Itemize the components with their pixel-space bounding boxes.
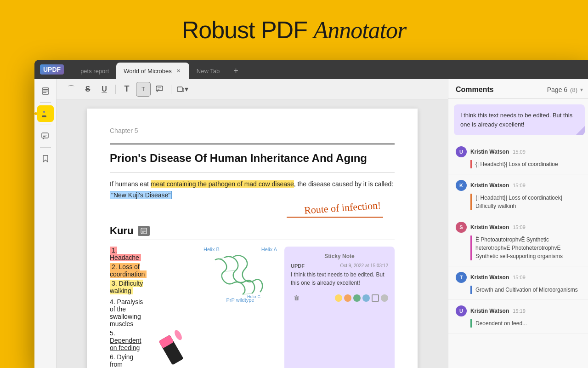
comment-body-1: {| Headacht}| Loss of coordinatioek| Dif… bbox=[470, 194, 583, 210]
bookmark-icon bbox=[41, 154, 50, 163]
sidebar-icon-pages[interactable] bbox=[37, 83, 54, 99]
comment-item-4[interactable]: U Kristin Watson 15:19 Deoendent on feed… bbox=[448, 300, 588, 334]
comment-avatar-4: U bbox=[456, 305, 467, 316]
comment-meta-3: T Kristin Watson 15:09 bbox=[456, 272, 583, 283]
list-item-6: 6. Dying from malnutrition bbox=[110, 353, 147, 368]
comment-avatar-2: S bbox=[456, 222, 467, 233]
color-dot-green[interactable] bbox=[353, 294, 361, 302]
comments-header: Comments Page 6 (8) ▾ bbox=[448, 79, 588, 99]
sidebar-icon-bookmark[interactable] bbox=[37, 150, 54, 167]
comment-body-2: Ë PhotoautotrophvЁ Synthetic heterotroph… bbox=[470, 236, 583, 260]
hl-item-1: 1. Headache bbox=[110, 247, 141, 261]
comment-time-4: 15:19 bbox=[513, 308, 526, 314]
comment-avatar-3: T bbox=[456, 272, 467, 283]
list-item-3: 3. Difficulty walking bbox=[110, 280, 147, 294]
comment-time-2: 15:09 bbox=[513, 224, 526, 230]
comment-tool-button[interactable] bbox=[153, 82, 167, 97]
helix-labels-row: Helix B Helix A bbox=[204, 247, 277, 252]
helix-illustration: Helix B Helix A bbox=[204, 247, 277, 368]
sticky-brand: UPDF bbox=[291, 263, 305, 269]
tab-new[interactable]: New Tab bbox=[189, 63, 227, 79]
svg-rect-2 bbox=[43, 91, 48, 92]
color-dot-yellow[interactable] bbox=[335, 294, 342, 302]
comment-meta-0: U Kristin Watson 15:09 bbox=[456, 146, 583, 157]
hl-item-3: 3. Difficulty walking bbox=[110, 280, 143, 294]
sidebar-icon-comment[interactable] bbox=[37, 128, 54, 144]
tab-bar-left: UPDF bbox=[34, 60, 73, 79]
toolbar-sep-1 bbox=[115, 85, 116, 94]
comment-item-0[interactable]: U Kristin Watson 15:09 {| Headacht}| Los… bbox=[448, 141, 588, 174]
toolbar: ⌒ S U T T ▾ bbox=[57, 79, 448, 99]
handwriting-annotation: Route of infection! bbox=[304, 199, 381, 217]
sticky-date: Oct 9, 2022 at 15:03:12 bbox=[340, 263, 388, 268]
comment-meta-4: U Kristin Watson 15:19 bbox=[456, 305, 583, 316]
comment-item-2[interactable]: S Kristin Watson 15:09 Ë Photoautotrophv… bbox=[448, 216, 588, 266]
helix-subtitle: PrP wildtype bbox=[226, 297, 254, 303]
app-window: UPDF pets report World of Microbes ✕ New… bbox=[34, 60, 588, 368]
normal-list: 4. Paralysis of the swallowing muscles 5… bbox=[110, 298, 147, 368]
sidebar-icon-annotate[interactable] bbox=[37, 105, 54, 122]
tab-microbes-close[interactable]: ✕ bbox=[175, 68, 182, 74]
sticky-text: I think this text needs to be edited. Bu… bbox=[291, 270, 388, 287]
app-title-italic: Annotator bbox=[313, 17, 406, 43]
helix-label-a: Helix A bbox=[261, 247, 277, 252]
color-dot-none[interactable] bbox=[372, 294, 379, 302]
body-text: If humans eat meat containing the pathog… bbox=[110, 179, 395, 201]
sidebar bbox=[34, 79, 57, 368]
page-label: Page 6 bbox=[547, 86, 567, 93]
comment-author-1: Kristin Watson bbox=[470, 182, 509, 189]
tabs-container: pets report World of Microbes ✕ New Tab … bbox=[73, 60, 588, 79]
pdf-page: Chapter 5 Prion's Disease Of Human Inher… bbox=[87, 109, 418, 368]
underline-tool-button[interactable]: U bbox=[97, 82, 112, 97]
comment-author-4: Kristin Watson bbox=[470, 308, 509, 314]
comment-icon bbox=[41, 132, 50, 141]
list-item-4: 4. Paralysis of the swallowing muscles bbox=[110, 298, 147, 328]
highlight-disease: "New Kuji's Disease" bbox=[110, 191, 172, 199]
expand-icon[interactable]: ▾ bbox=[580, 86, 583, 93]
tab-microbes-label: World of Microbes bbox=[124, 68, 172, 75]
svg-rect-3 bbox=[43, 92, 46, 93]
comment-avatar-0: U bbox=[456, 146, 467, 157]
hl-item-2: 2. Loss of coordination bbox=[110, 263, 147, 278]
comment-item-3[interactable]: T Kristin Watson 15:09 Growth and Cultiv… bbox=[448, 266, 588, 300]
highlighter-svg bbox=[155, 324, 196, 368]
sticky-header: UPDF Oct 9, 2022 at 15:03:12 bbox=[291, 263, 388, 269]
pdf-area[interactable]: Chapter 5 Prion's Disease Of Human Inher… bbox=[57, 99, 448, 368]
sticky-note[interactable]: Sticky Note UPDF Oct 9, 2022 at 15:03:12… bbox=[284, 247, 395, 368]
sticky-footer: 🗑 bbox=[291, 293, 388, 304]
comment-body-0: {| Headacht}| Loss of coordinatioe bbox=[470, 160, 583, 168]
textbox-tool-button[interactable]: T bbox=[136, 82, 151, 97]
tab-microbes[interactable]: World of Microbes ✕ bbox=[116, 63, 189, 79]
color-dot-blue[interactable] bbox=[362, 294, 370, 302]
list-item-1: 1. Headache bbox=[110, 247, 147, 261]
sidebar-sep-1 bbox=[40, 102, 51, 103]
kuru-divider bbox=[110, 240, 395, 240]
color-dots bbox=[335, 294, 388, 302]
kuru-heading: Kuru bbox=[110, 225, 133, 237]
color-dot-orange[interactable] bbox=[344, 294, 351, 302]
comments-list[interactable]: I think this text needs to be edited. Bu… bbox=[448, 99, 588, 368]
color-dot-gray[interactable] bbox=[381, 294, 388, 302]
svg-rect-11 bbox=[156, 86, 163, 91]
highlighted-list: 1. Headache 2. Loss of coordination 3. D… bbox=[110, 247, 147, 294]
list-item-5: 5. Dependent on feeding bbox=[110, 329, 147, 351]
sticky-delete-button[interactable]: 🗑 bbox=[291, 293, 302, 304]
tab-pets[interactable]: pets report bbox=[73, 63, 116, 79]
new-tab-button[interactable]: + bbox=[227, 63, 245, 79]
helix-svg: Helix C bbox=[206, 253, 275, 299]
arch-tool-button[interactable]: ⌒ bbox=[64, 82, 79, 97]
text-tool-button[interactable]: T bbox=[119, 82, 134, 97]
annotate-icon bbox=[41, 109, 50, 118]
highlight-pathogen: meat containing the pathogen of mad cow … bbox=[151, 180, 294, 188]
comment-item-1[interactable]: K Kristin Watson 15:09 {| Headacht}| Los… bbox=[448, 174, 588, 216]
sidebar-sep-3 bbox=[40, 147, 51, 148]
comment-sticky-active[interactable]: I think this text needs to be edited. Bu… bbox=[454, 104, 585, 135]
strikethrough-tool-button[interactable]: S bbox=[80, 82, 95, 97]
page-info: Page 6 (8) ▾ bbox=[547, 86, 583, 93]
comment-avatar-1: K bbox=[456, 180, 467, 191]
handwriting-underline bbox=[287, 217, 383, 218]
svg-marker-14 bbox=[157, 91, 158, 92]
shape-tool-button[interactable]: ▾ bbox=[175, 82, 190, 97]
note-icon[interactable] bbox=[138, 226, 150, 236]
helix-label-b: Helix B bbox=[204, 247, 220, 252]
